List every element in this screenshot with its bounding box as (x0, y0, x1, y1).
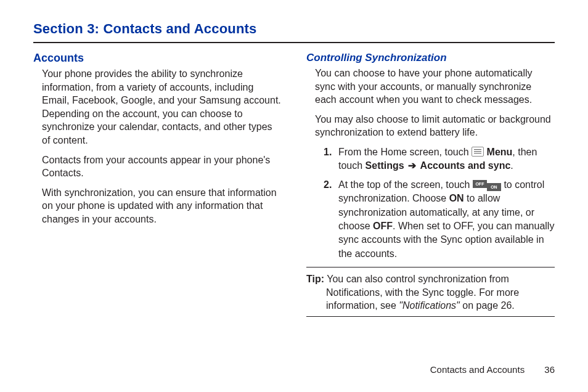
tip-label: Tip: (306, 274, 324, 284)
step-2-text-a: At the top of the screen, touch (338, 179, 473, 190)
step-1-settings-label: Settings (365, 160, 404, 171)
tip-bottom-rule (306, 316, 555, 317)
step-2-number: 2. (324, 178, 332, 192)
step-1-accounts-sync-label: Accounts and sync (420, 160, 511, 171)
left-column: Accounts Your phone provides the ability… (33, 52, 282, 322)
sync-para-2: You may also choose to limit automatic o… (315, 113, 555, 139)
step-1: 1. From the Home screen, touch Menu, the… (324, 145, 555, 173)
step-1-text-c: . (510, 160, 513, 171)
step-1-text-a: From the Home screen, touch (338, 147, 472, 157)
tip-reference-link: "Notifications" (399, 300, 460, 311)
page-root: Section 3: Contacts and Accounts Account… (0, 0, 588, 392)
toggle-on-half: ON (487, 183, 501, 191)
two-column-layout: Accounts Your phone provides the ability… (33, 52, 555, 322)
step-1-number: 1. (324, 145, 332, 159)
right-column: Controlling Synchronization You can choo… (306, 52, 555, 322)
toggle-off-half: OFF (473, 180, 487, 188)
footer-section-name: Contacts and Accounts (430, 364, 525, 375)
controlling-sync-heading: Controlling Synchronization (306, 52, 555, 64)
accounts-para-3: With synchronization, you can ensure tha… (42, 186, 282, 226)
step-2-on-label: ON (449, 193, 464, 203)
accounts-heading: Accounts (33, 52, 282, 65)
accounts-para-2: Contacts from your accounts appear in yo… (42, 153, 282, 180)
steps-list: 1. From the Home screen, touch Menu, the… (324, 145, 555, 261)
nav-arrow-icon: ➔ (404, 160, 420, 171)
step-1-menu-label: Menu (487, 147, 513, 157)
section-title-rule (33, 42, 555, 43)
page-footer: Contacts and Accounts 36 (430, 364, 555, 375)
section-title: Section 3: Contacts and Accounts (33, 21, 555, 37)
tip-top-rule (306, 267, 555, 267)
step-2: 2. At the top of the screen, touch OFF O… (324, 178, 555, 261)
tip-block: Tip: You can also control synchronizatio… (306, 272, 555, 312)
sync-para-1: You can choose to have your phone automa… (315, 67, 555, 107)
footer-page-number: 36 (544, 364, 555, 375)
step-2-off-label: OFF (373, 221, 393, 231)
menu-icon (472, 147, 484, 157)
off-on-toggle-icon: OFF ON (473, 180, 501, 191)
tip-text-b: on page 26. (460, 300, 515, 311)
accounts-para-1: Your phone provides the ability to synch… (42, 67, 282, 147)
